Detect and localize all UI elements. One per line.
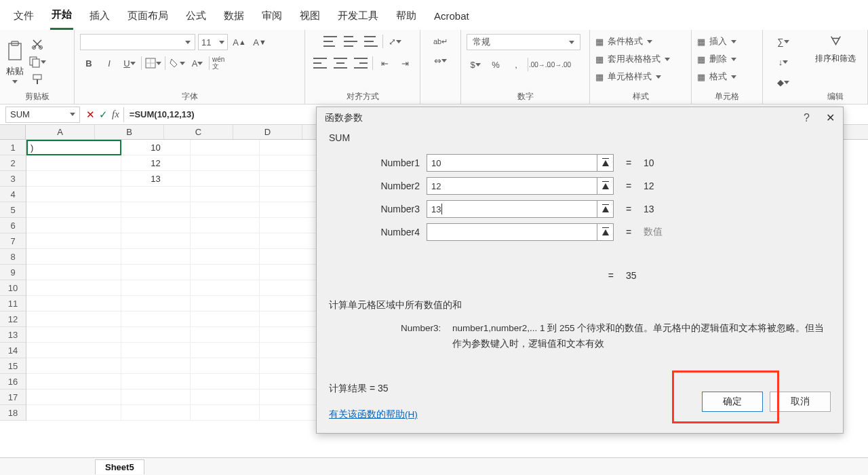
number-format-select[interactable]: 常规 [467, 34, 580, 50]
table-format-button[interactable]: ▦套用表格格式 [595, 52, 670, 66]
cell[interactable]: ) [26, 140, 121, 155]
menu-acrobat[interactable]: Acrobat [433, 7, 471, 28]
cell[interactable] [26, 296, 121, 311]
italic-button[interactable]: I [100, 56, 118, 71]
cell[interactable] [26, 218, 121, 233]
col-header-c[interactable]: C [164, 125, 233, 139]
format-cells-button[interactable]: ▦格式 [697, 69, 736, 84]
cell[interactable] [191, 405, 260, 421]
font-family-select[interactable] [80, 34, 195, 50]
fill-icon[interactable]: ↓ [774, 54, 792, 69]
paste-button[interactable]: 粘贴 [5, 41, 24, 83]
align-center-icon[interactable] [332, 56, 349, 71]
row-header[interactable]: 7 [0, 233, 26, 249]
currency-icon[interactable]: $ [467, 57, 484, 72]
row-header[interactable]: 13 [0, 327, 26, 343]
range-selector-icon[interactable] [597, 177, 614, 195]
cell[interactable] [26, 155, 121, 171]
cell[interactable] [26, 187, 121, 202]
cell-styles-button[interactable]: ▦单元格样式 [595, 69, 661, 84]
font-size-select[interactable]: 11 [198, 34, 228, 50]
dialog-close-icon[interactable]: ✕ [826, 111, 835, 124]
menu-insert[interactable]: 插入 [88, 7, 111, 29]
border-icon[interactable] [144, 56, 162, 71]
menu-devtools[interactable]: 开发工具 [336, 7, 380, 29]
cell[interactable] [191, 296, 260, 311]
cancel-button[interactable]: 取消 [770, 392, 831, 412]
orientation-icon[interactable]: ⤢ [386, 34, 403, 49]
accept-formula-icon[interactable]: ✓ [99, 109, 108, 121]
cell[interactable] [26, 233, 121, 249]
cell[interactable] [26, 311, 121, 327]
col-header-d[interactable]: D [233, 125, 302, 139]
row-header[interactable]: 18 [0, 405, 26, 421]
row-header[interactable]: 8 [0, 249, 26, 265]
cells-area[interactable]: )101213 [26, 140, 329, 421]
cell[interactable]: 12 [121, 155, 191, 171]
menu-data[interactable]: 数据 [222, 7, 245, 29]
align-top-icon[interactable] [321, 34, 339, 49]
cell[interactable] [191, 202, 260, 218]
cell[interactable] [191, 280, 260, 296]
menu-home[interactable]: 开始 [50, 5, 73, 30]
function-help-link[interactable]: 有关该函数的帮助(H) [329, 408, 418, 421]
cell[interactable] [26, 202, 121, 218]
cell[interactable] [121, 202, 191, 218]
row-header[interactable]: 12 [0, 311, 26, 327]
cell[interactable] [121, 374, 191, 390]
wrap-text-icon[interactable]: ab↵ [432, 34, 450, 49]
row-header[interactable]: 9 [0, 265, 26, 280]
row-header[interactable]: 14 [0, 343, 26, 358]
cell[interactable] [191, 327, 260, 343]
select-all-corner[interactable] [0, 125, 26, 139]
menu-review[interactable]: 审阅 [260, 7, 283, 29]
cell[interactable] [121, 327, 191, 343]
dialog-titlebar[interactable]: 函数参数 ? ✕ [317, 107, 843, 128]
align-left-icon[interactable] [311, 56, 329, 71]
cell[interactable] [121, 296, 191, 311]
row-header[interactable]: 17 [0, 390, 26, 405]
fx-icon[interactable]: fx [112, 109, 119, 120]
cell[interactable]: 13 [121, 171, 191, 187]
increase-font-icon[interactable]: A▲ [231, 35, 248, 50]
range-selector-icon[interactable] [597, 223, 614, 241]
cell[interactable] [191, 358, 260, 374]
cell[interactable] [26, 405, 121, 421]
cell[interactable] [121, 218, 191, 233]
cell[interactable] [191, 171, 260, 187]
decrease-decimal-icon[interactable]: .0→.00 [551, 57, 569, 72]
cell[interactable] [121, 249, 191, 265]
phonetic-button[interactable]: wén 文 [212, 56, 230, 71]
cell[interactable] [26, 374, 121, 390]
row-header[interactable]: 3 [0, 171, 26, 187]
fill-color-icon[interactable] [168, 56, 186, 71]
format-painter-icon[interactable] [31, 73, 43, 86]
cut-icon[interactable] [31, 38, 43, 50]
cell[interactable] [191, 155, 260, 171]
align-right-icon[interactable] [352, 56, 370, 71]
comma-icon[interactable]: , [507, 57, 525, 72]
range-selector-icon[interactable] [597, 154, 614, 172]
cell[interactable] [121, 187, 191, 202]
cell[interactable] [26, 265, 121, 280]
row-header[interactable]: 11 [0, 296, 26, 311]
cell[interactable] [26, 280, 121, 296]
row-header[interactable]: 1 [0, 140, 26, 155]
insert-cells-button[interactable]: ▦插入 [697, 34, 736, 49]
underline-button[interactable]: U [121, 56, 138, 71]
menu-view[interactable]: 视图 [298, 7, 321, 29]
ok-button[interactable]: 确定 [702, 392, 763, 412]
row-header[interactable]: 4 [0, 187, 26, 202]
delete-cells-button[interactable]: ▦删除 [697, 52, 736, 66]
cell[interactable] [121, 390, 191, 405]
clear-icon[interactable]: ◆ [774, 75, 792, 90]
cell[interactable] [26, 390, 121, 405]
menu-pagelayout[interactable]: 页面布局 [126, 7, 170, 29]
autosum-icon[interactable]: ∑ [774, 34, 792, 49]
cell[interactable] [121, 343, 191, 358]
range-selector-icon[interactable] [597, 200, 614, 218]
arg-input[interactable]: 12 [427, 177, 597, 195]
cell[interactable] [121, 265, 191, 280]
cell[interactable] [121, 280, 191, 296]
name-box[interactable]: SUM [5, 107, 80, 123]
